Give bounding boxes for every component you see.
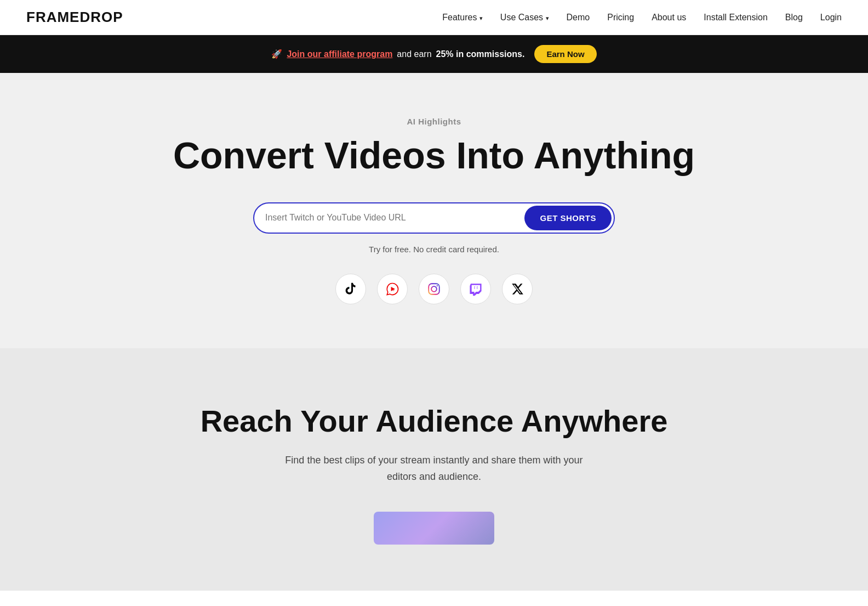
svg-point-2 — [437, 285, 438, 286]
url-input-row: GET SHORTS — [253, 202, 615, 234]
nav-links: Features ▾ Use Cases ▾ Demo Pricing Abou… — [442, 13, 842, 22]
get-shorts-button[interactable]: GET SHORTS — [524, 206, 612, 230]
earn-now-button[interactable]: Earn Now — [534, 45, 596, 63]
section2-title: Reach Your Audience Anywhere — [26, 403, 842, 439]
svg-point-1 — [431, 286, 437, 292]
rocket-icon: 🚀 — [271, 49, 282, 59]
tiktok-icon — [335, 274, 366, 304]
nav-item-login[interactable]: Login — [820, 13, 842, 22]
affiliate-banner: 🚀 Join our affiliate program and earn 25… — [0, 35, 868, 73]
chevron-down-icon: ▾ — [479, 15, 483, 21]
section2-cta-visual — [374, 512, 494, 545]
logo[interactable]: FRAMEDROP — [26, 9, 123, 26]
nav-item-about[interactable]: About us — [652, 13, 686, 22]
free-note: Try for free. No credit card required. — [26, 245, 842, 254]
hero-tag: AI Highlights — [26, 117, 842, 126]
instagram-icon — [419, 274, 449, 304]
nav-item-usecases[interactable]: Use Cases ▾ — [500, 13, 549, 22]
section2-description: Find the best clips of your stream insta… — [270, 452, 598, 485]
twitch-icon — [460, 274, 491, 304]
youtube-shorts-icon — [377, 274, 408, 304]
nav-item-features[interactable]: Features ▾ — [442, 13, 483, 22]
svg-rect-0 — [429, 284, 439, 294]
social-icons — [26, 274, 842, 304]
navbar: FRAMEDROP Features ▾ Use Cases ▾ Demo Pr… — [0, 0, 868, 35]
affiliate-link[interactable]: Join our affiliate program — [287, 49, 392, 59]
x-twitter-icon — [502, 274, 533, 304]
chevron-down-icon: ▾ — [546, 15, 549, 21]
nav-item-install[interactable]: Install Extension — [704, 13, 768, 22]
svg-rect-6 — [475, 286, 476, 289]
hero-title: Convert Videos Into Anything — [26, 135, 842, 176]
svg-rect-5 — [477, 286, 478, 289]
banner-bold-text: 25% in commissions. — [436, 49, 525, 59]
url-input[interactable] — [265, 213, 524, 223]
hero-section: AI Highlights Convert Videos Into Anythi… — [0, 73, 868, 348]
section2: Reach Your Audience Anywhere Find the be… — [0, 348, 868, 591]
nav-item-blog[interactable]: Blog — [785, 13, 803, 22]
nav-item-pricing[interactable]: Pricing — [607, 13, 634, 22]
nav-item-demo[interactable]: Demo — [567, 13, 590, 22]
banner-post-text: and earn — [397, 49, 431, 59]
